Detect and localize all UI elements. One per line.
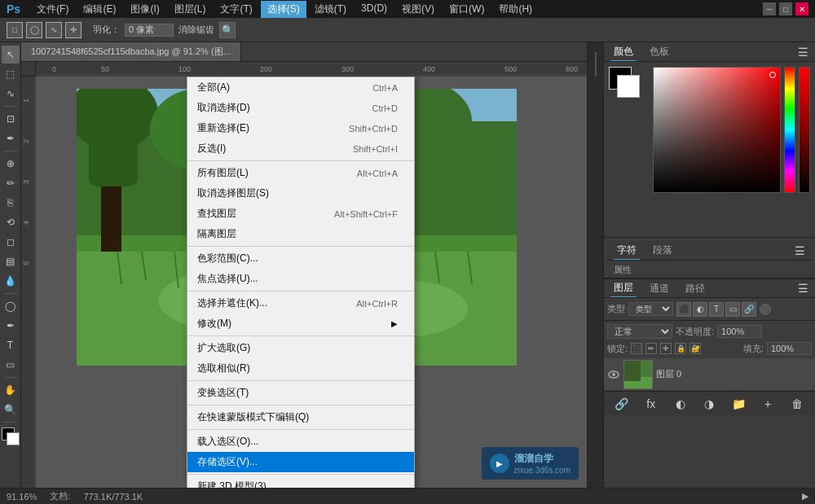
folder-icon[interactable]: 📁 bbox=[729, 395, 747, 413]
layer-filter-pixel[interactable]: ⬛ bbox=[676, 302, 691, 317]
blur-tool[interactable]: 💧 bbox=[2, 272, 20, 290]
menu-item-select-all[interactable]: 全部(A) Ctrl+A bbox=[187, 77, 414, 98]
lock-transparent[interactable]: ⬛ bbox=[631, 343, 642, 354]
ellipse-select-tool[interactable]: ◯ bbox=[26, 22, 42, 38]
menu-item-new-3d[interactable]: 新建 3D 模型(3) bbox=[187, 476, 414, 488]
menu-item-label: 在快速蒙版模式下编辑(Q) bbox=[197, 410, 309, 424]
menu-select[interactable]: 选择(S) bbox=[261, 1, 306, 18]
menu-item-grow[interactable]: 扩大选取(G) bbox=[187, 338, 414, 358]
lock-position[interactable]: ✛ bbox=[660, 343, 672, 354]
selection-tool[interactable]: ⬚ bbox=[2, 65, 20, 83]
menu-item-deselect-layers[interactable]: 取消选择图层(S) bbox=[187, 183, 414, 204]
menu-item-find-layer[interactable]: 查找图层 Alt+Shift+Ctrl+F bbox=[187, 204, 414, 224]
layer-filter-text[interactable]: T bbox=[709, 302, 724, 317]
zoom-tool[interactable]: 🔍 bbox=[2, 401, 20, 419]
fill-input[interactable] bbox=[767, 342, 812, 355]
mask-icon[interactable]: ◐ bbox=[672, 395, 689, 413]
menu-view[interactable]: 视图(V) bbox=[395, 1, 441, 18]
menu-item-reselect[interactable]: 重新选择(E) Shift+Ctrl+D bbox=[187, 118, 414, 138]
tab-channels[interactable]: 通道 bbox=[646, 280, 672, 297]
lock-pixels[interactable]: ✏ bbox=[645, 343, 657, 354]
menu-3d[interactable]: 3D(D) bbox=[355, 1, 394, 18]
hue-slider[interactable] bbox=[784, 67, 795, 193]
clone-tool[interactable]: ⎘ bbox=[2, 194, 20, 212]
move-tool[interactable]: ↖ bbox=[2, 46, 20, 64]
dodge-tool[interactable]: ◯ bbox=[2, 297, 20, 315]
shape-tool[interactable]: ▭ bbox=[2, 356, 20, 374]
menu-item-shortcut: Shift+Ctrl+I bbox=[353, 144, 398, 154]
feather-input[interactable] bbox=[125, 24, 174, 37]
blend-mode-select[interactable]: 正常 bbox=[607, 324, 672, 339]
menu-item-isolate-layer[interactable]: 隔离图层 bbox=[187, 224, 414, 244]
fx-icon[interactable]: fx bbox=[642, 395, 660, 413]
lasso-tool[interactable]: ∿ bbox=[46, 22, 62, 38]
layer-visibility-toggle[interactable] bbox=[607, 368, 620, 381]
canvas-tab-active[interactable]: 1007241548f6525cf115dbacba.jpg @ 91.2% (… bbox=[21, 42, 241, 61]
tab-color[interactable]: 颜色 bbox=[610, 43, 637, 61]
layer-filter-shape[interactable]: ▭ bbox=[725, 302, 740, 317]
menu-item-quick-mask[interactable]: 在快速蒙版模式下编辑(Q) bbox=[187, 407, 414, 427]
layer-filter-smart[interactable]: 🔗 bbox=[742, 302, 756, 317]
lock-artboard[interactable]: 🔒 bbox=[675, 343, 686, 354]
menu-help[interactable]: 帮助(H) bbox=[492, 1, 539, 18]
minimize-button[interactable]: ─ bbox=[763, 2, 776, 15]
opacity-slider[interactable] bbox=[799, 67, 810, 193]
menu-item-deselect[interactable]: 取消选择(D) Ctrl+D bbox=[187, 98, 414, 118]
delete-layer-icon[interactable]: 🗑 bbox=[788, 395, 806, 413]
background-color[interactable] bbox=[7, 432, 20, 445]
layer-filter-adjust[interactable]: ◐ bbox=[693, 302, 707, 317]
menu-item-inverse[interactable]: 反选(I) Shift+Ctrl+I bbox=[187, 138, 414, 159]
heal-tool[interactable]: ⊕ bbox=[2, 155, 20, 173]
menu-item-similar[interactable]: 选取相似(R) bbox=[187, 358, 414, 379]
eyedropper-tool[interactable]: ✒ bbox=[2, 129, 20, 147]
new-layer-icon[interactable]: + bbox=[759, 395, 777, 413]
menu-layer[interactable]: 图层(L) bbox=[168, 1, 213, 18]
menu-item-load-selection[interactable]: 载入选区(O)... bbox=[187, 432, 414, 452]
tab-char[interactable]: 字符 bbox=[614, 242, 640, 260]
menu-item-transform-selection[interactable]: 变换选区(T) bbox=[187, 383, 414, 403]
layer-type-select[interactable]: 类型 bbox=[628, 302, 673, 316]
char-panel-menu-icon[interactable]: ☰ bbox=[795, 244, 805, 257]
panel-menu-icon[interactable]: ☰ bbox=[798, 46, 808, 59]
maximize-button[interactable]: □ bbox=[779, 2, 792, 15]
menu-item-color-range[interactable]: 色彩范围(C)... bbox=[187, 248, 414, 269]
menu-window[interactable]: 窗口(W) bbox=[443, 1, 491, 18]
history-tool[interactable]: ⟲ bbox=[2, 213, 20, 231]
tab-swatches[interactable]: 色板 bbox=[646, 43, 672, 60]
menu-image[interactable]: 图像(I) bbox=[124, 1, 165, 18]
lock-all[interactable]: 🔐 bbox=[689, 343, 701, 354]
brush-tool[interactable]: ✏ bbox=[2, 174, 20, 192]
menu-item-all-layers[interactable]: 所有图层(L) Alt+Ctrl+A bbox=[187, 163, 414, 183]
menu-text[interactable]: 文字(T) bbox=[214, 1, 258, 18]
magic-tool[interactable]: ✛ bbox=[65, 22, 82, 38]
adjustment-icon[interactable]: ◑ bbox=[700, 395, 718, 413]
rect-select-tool[interactable]: □ bbox=[7, 22, 23, 38]
tab-layers[interactable]: 图层 bbox=[610, 279, 637, 297]
lasso-tool[interactable]: ∿ bbox=[2, 85, 20, 103]
crop-tool[interactable]: ⊡ bbox=[2, 110, 20, 128]
menu-filter[interactable]: 滤镜(T) bbox=[308, 1, 353, 18]
tab-paragraph[interactable]: 段落 bbox=[650, 242, 676, 259]
close-button[interactable]: ✕ bbox=[795, 2, 808, 15]
char-panel-header: 字符 段落 ☰ bbox=[607, 241, 812, 261]
bg-swatch[interactable] bbox=[617, 75, 640, 98]
menu-item-save-selection[interactable]: 存储选区(V)... bbox=[187, 452, 414, 472]
pen-tool[interactable]: ✒ bbox=[2, 317, 20, 335]
link-icon[interactable]: 🔗 bbox=[613, 395, 631, 413]
search-icon[interactable]: 🔍 bbox=[219, 22, 236, 38]
eraser-tool[interactable]: ◻ bbox=[2, 233, 20, 251]
gradient-tool[interactable]: ▤ bbox=[2, 252, 20, 270]
menu-item-focus-area[interactable]: 焦点选择(U)... bbox=[187, 269, 414, 289]
menu-item-select-mask[interactable]: 选择并遮住(K)... Alt+Ctrl+R bbox=[187, 293, 414, 313]
hand-tool[interactable]: ✋ bbox=[2, 381, 20, 399]
text-tool[interactable]: T bbox=[2, 336, 20, 354]
layers-panel-menu-icon[interactable]: ☰ bbox=[798, 282, 808, 295]
tab-paths[interactable]: 路径 bbox=[682, 280, 708, 297]
color-picker-gradient[interactable] bbox=[653, 67, 781, 193]
menu-file[interactable]: 文件(F) bbox=[30, 1, 75, 18]
color-swatches[interactable] bbox=[0, 426, 21, 447]
menu-item-modify[interactable]: 修改(M) ▶ bbox=[187, 313, 414, 334]
opacity-input[interactable] bbox=[717, 325, 762, 338]
menu-edit[interactable]: 编辑(E) bbox=[77, 1, 122, 18]
layer-filter-toggle[interactable] bbox=[760, 304, 771, 315]
